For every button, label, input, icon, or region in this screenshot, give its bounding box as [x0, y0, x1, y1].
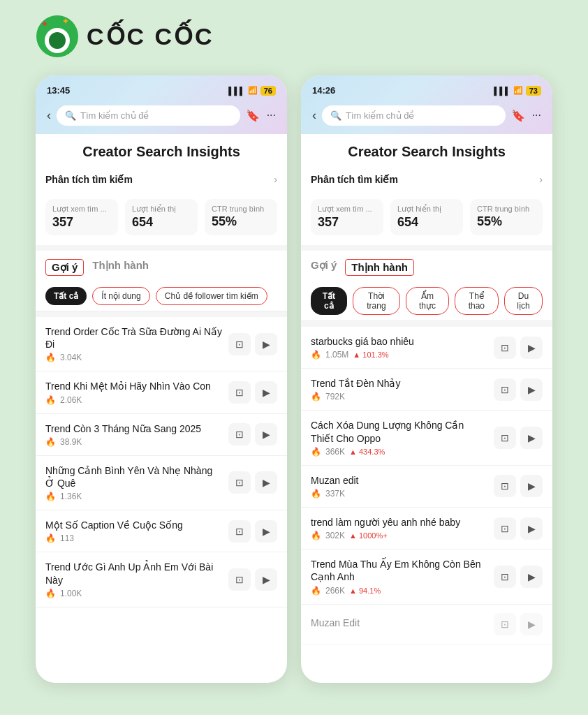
item-1-5-content: Một Số Caption Về Cuộc Sống 🔥 113 [45, 519, 223, 543]
filter-2-thethao[interactable]: Thể thao [455, 287, 499, 315]
phone-2: 14:26 ▌▌▌ 📶 73 ‹ 🔍 Tìm kiếm chủ đề 🔖 ··· [301, 75, 552, 683]
fire-icon: 🔥 [45, 437, 56, 447]
bookmark-btn[interactable]: ⊡ [228, 568, 251, 591]
tabs-1-row: Gợi ý Thịnh hành [36, 251, 287, 281]
phone-1-status-bar: 13:45 ▌▌▌ 📶 76 [47, 82, 276, 101]
fire-icon: 🔥 [311, 350, 321, 360]
bookmark-btn[interactable]: ⊡ [228, 471, 251, 494]
item-1-4-content: Những Cảnh Bình Yên Và Nhẹ Nhàng Ở Quê 🔥… [45, 464, 223, 501]
filter-2-dulich[interactable]: Du lịch [504, 287, 543, 315]
bookmark-btn[interactable]: ⊡ [494, 378, 516, 401]
page-2-title: Creator Search Insights [301, 134, 552, 167]
bookmark-icon-2[interactable]: 🔖 [511, 109, 525, 122]
bookmark-btn[interactable]: ⊡ [494, 337, 516, 359]
tab-1-goiy[interactable]: Gợi ý [45, 259, 84, 276]
filter-1-itnoidung[interactable]: Ít nội dung [92, 287, 149, 305]
video-btn[interactable]: ▶ [520, 517, 543, 540]
search-box-2[interactable]: 🔍 Tìm kiếm chủ đề [322, 105, 506, 126]
item-1-3-count: 38.9K [60, 437, 82, 447]
logo-area: CỐC CỐC [35, 14, 214, 59]
item-1-1-count: 3.04K [60, 353, 82, 362]
filter-2-tatca[interactable]: Tất cả [311, 287, 347, 315]
bookmark-btn[interactable]: ⊡ [494, 427, 516, 449]
bookmark-btn[interactable]: ⊡ [494, 566, 516, 588]
more-icon[interactable]: ··· [267, 109, 276, 122]
item-2-3-meta: 🔥 366K ▲ 434.3% [311, 447, 488, 457]
stat-2-impressions-label: Lượt hiển thị [397, 205, 456, 214]
bookmark-btn[interactable]: ⊡ [228, 333, 251, 355]
item-1-5-count: 113 [60, 533, 74, 543]
item-2-1-count: 1.05M [325, 350, 348, 360]
filter-2-amthuc[interactable]: Ẩm thực [406, 287, 448, 315]
brand-name: CỐC CỐC [87, 22, 214, 50]
video-btn[interactable]: ▶ [255, 471, 277, 494]
video-btn[interactable]: ▶ [520, 378, 543, 401]
bookmark-btn[interactable]: ⊡ [228, 381, 251, 404]
section-2-arrow[interactable]: › [539, 174, 543, 185]
search-box[interactable]: 🔍 Tìm kiếm chủ đề [57, 105, 240, 126]
bookmark-btn[interactable]: ⊡ [228, 520, 251, 543]
item-2-5-meta: 🔥 302K ▲ 1000%+ [311, 531, 488, 540]
phone-2-header: 14:26 ▌▌▌ 📶 73 ‹ 🔍 Tìm kiếm chủ đề 🔖 ··· [301, 75, 552, 134]
search-placeholder: Tìm kiếm chủ đề [80, 110, 149, 121]
tab-2-goiy[interactable]: Gợi ý [311, 259, 337, 276]
bookmark-btn[interactable]: ⊡ [228, 423, 251, 445]
item-2-3-title: Cách Xóa Dung Lượng Không Cần Thiết Cho … [311, 419, 488, 444]
signal-icon: ▌▌▌ [228, 87, 244, 95]
phone-2-status-icons: ▌▌▌ 📶 73 [494, 86, 541, 96]
video-btn[interactable]: ▶ [520, 337, 543, 359]
stat-2-views-value: 357 [318, 215, 376, 230]
tab-1-thinhanh[interactable]: Thịnh hành [92, 259, 149, 276]
section-1-header: Phân tích tìm kiếm › [36, 167, 287, 192]
section-2-title: Phân tích tìm kiếm [311, 174, 398, 185]
stat-2-ctr-label: CTR trung bình [477, 205, 536, 213]
phone-2-status-bar: 14:26 ▌▌▌ 📶 73 [312, 82, 541, 101]
filter-1-chude[interactable]: Chủ đề follower tìm kiếm [156, 287, 267, 305]
video-btn[interactable]: ▶ [255, 568, 277, 591]
bookmark-btn[interactable]: ⊡ [494, 613, 516, 635]
video-btn[interactable]: ▶ [255, 333, 277, 355]
search-placeholder-2: Tìm kiếm chủ đề [346, 110, 414, 121]
list-item: starbucks giá bao nhiêu 🔥 1.05M ▲ 101.3%… [301, 327, 552, 369]
back-button[interactable]: ‹ [47, 108, 51, 123]
tab-2-thinhanh[interactable]: Thịnh hành [345, 259, 414, 276]
bookmark-btn[interactable]: ⊡ [494, 475, 516, 497]
list-item: Muzan Edit ⊡ ▶ [301, 605, 552, 644]
fire-icon: 🔥 [311, 586, 321, 596]
video-btn[interactable]: ▶ [520, 566, 543, 588]
fire-icon: 🔥 [45, 533, 56, 543]
item-1-3-content: Trend Còn 3 Tháng Nữa Sang 2025 🔥 38.9K [45, 422, 223, 447]
stat-1-ctr-label: CTR trung bình [212, 205, 270, 213]
item-1-2-meta: 🔥 2.06K [45, 395, 223, 405]
item-1-3-title: Trend Còn 3 Tháng Nữa Sang 2025 [45, 422, 223, 435]
filter-2-thoitrang[interactable]: Thời trang [353, 287, 401, 315]
stats-1-row: Lượt xem tìm ... 357 Lượt hiển thị 654 C… [36, 192, 287, 245]
fire-icon: 🔥 [45, 395, 56, 405]
item-2-4-count: 337K [325, 489, 345, 499]
search-icon: 🔍 [65, 110, 76, 121]
item-2-5-actions: ⊡ ▶ [494, 517, 543, 540]
filter-1-tatca[interactable]: Tất cả [45, 287, 87, 305]
item-1-1-actions: ⊡ ▶ [228, 333, 277, 355]
bookmark-btn[interactable]: ⊡ [494, 517, 516, 540]
more-icon-2[interactable]: ··· [532, 109, 541, 122]
video-btn[interactable]: ▶ [255, 381, 277, 404]
video-btn[interactable]: ▶ [255, 423, 277, 445]
item-1-6-content: Trend Ước Gì Anh Up Ảnh Em Với Bài Này 🔥… [45, 561, 223, 598]
video-btn[interactable]: ▶ [520, 475, 543, 497]
item-1-6-meta: 🔥 1.00K [45, 589, 223, 598]
bookmark-icon[interactable]: 🔖 [246, 109, 260, 122]
item-2-6-actions: ⊡ ▶ [494, 566, 543, 588]
back-button-2[interactable]: ‹ [312, 108, 316, 123]
item-1-6-title: Trend Ước Gì Anh Up Ảnh Em Với Bài Này [45, 561, 223, 586]
video-btn[interactable]: ▶ [520, 427, 543, 449]
list-item: trend làm người yêu anh nhé baby 🔥 302K … [301, 508, 552, 550]
video-btn[interactable]: ▶ [255, 520, 277, 543]
item-2-6-trend: ▲ 94.1% [349, 587, 381, 595]
wifi-icon: 📶 [513, 86, 523, 95]
section-1-arrow[interactable]: › [274, 174, 277, 185]
item-1-5-title: Một Số Caption Về Cuộc Sống [45, 519, 223, 531]
list-item: Trend Mùa Thu Ấy Em Không Còn Bên Cạnh A… [301, 550, 552, 604]
video-btn[interactable]: ▶ [520, 613, 543, 635]
stat-1-views: Lượt xem tìm ... 357 [45, 199, 118, 235]
